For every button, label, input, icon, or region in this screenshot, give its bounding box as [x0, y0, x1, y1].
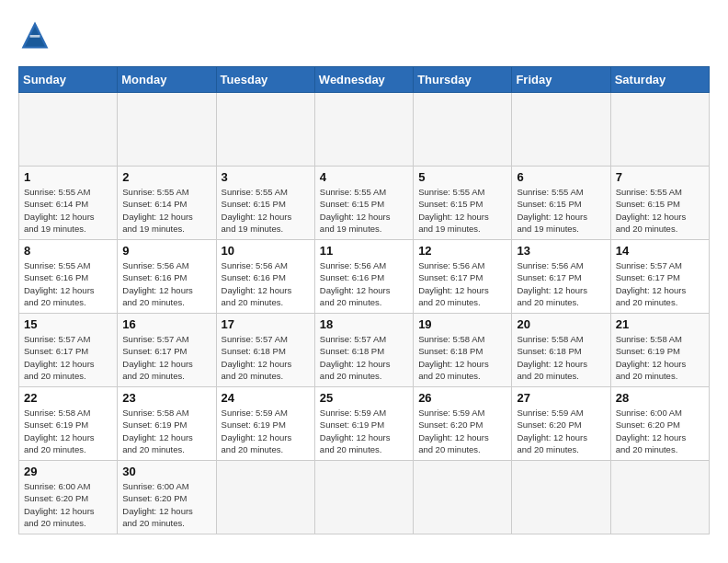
day-number: 25: [320, 391, 408, 405]
calendar-day-cell: [19, 93, 118, 167]
svg-rect-2: [30, 35, 40, 38]
day-number: 11: [320, 244, 408, 258]
calendar-day-cell: 8Sunrise: 5:55 AM Sunset: 6:16 PM Daylig…: [19, 240, 118, 314]
day-info: Sunrise: 5:55 AM Sunset: 6:15 PM Dayligh…: [222, 186, 310, 235]
day-of-week-header: Wednesday: [314, 67, 413, 93]
calendar-day-cell: 19Sunrise: 5:58 AM Sunset: 6:18 PM Dayli…: [414, 314, 512, 387]
logo-icon: [18, 18, 51, 52]
calendar-week-row: 22Sunrise: 5:58 AM Sunset: 6:19 PM Dayli…: [19, 387, 710, 461]
calendar-day-cell: 22Sunrise: 5:58 AM Sunset: 6:19 PM Dayli…: [19, 387, 118, 461]
day-number: 8: [24, 244, 112, 258]
day-info: Sunrise: 5:57 AM Sunset: 6:17 PM Dayligh…: [616, 259, 704, 308]
calendar-week-row: 8Sunrise: 5:55 AM Sunset: 6:16 PM Daylig…: [19, 240, 710, 314]
day-info: Sunrise: 5:58 AM Sunset: 6:19 PM Dayligh…: [616, 333, 704, 382]
day-number: 29: [24, 465, 112, 478]
day-info: Sunrise: 6:00 AM Sunset: 6:20 PM Dayligh…: [616, 407, 704, 455]
day-of-week-header: Monday: [118, 67, 216, 93]
calendar-day-cell: 30Sunrise: 6:00 AM Sunset: 6:20 PM Dayli…: [118, 461, 216, 534]
day-info: Sunrise: 5:58 AM Sunset: 6:19 PM Dayligh…: [122, 407, 210, 455]
calendar-day-cell: 14Sunrise: 5:57 AM Sunset: 6:17 PM Dayli…: [610, 240, 709, 314]
calendar-day-cell: [314, 93, 413, 167]
day-info: Sunrise: 5:55 AM Sunset: 6:15 PM Dayligh…: [320, 186, 408, 235]
calendar-day-cell: 1Sunrise: 5:55 AM Sunset: 6:14 PM Daylig…: [19, 167, 118, 240]
calendar-day-cell: [610, 93, 709, 167]
calendar-day-cell: 23Sunrise: 5:58 AM Sunset: 6:19 PM Dayli…: [118, 387, 216, 461]
day-of-week-header: Tuesday: [216, 67, 314, 93]
calendar-day-cell: 24Sunrise: 5:59 AM Sunset: 6:19 PM Dayli…: [216, 387, 314, 461]
day-info: Sunrise: 5:57 AM Sunset: 6:18 PM Dayligh…: [222, 333, 310, 382]
calendar-day-cell: [216, 93, 314, 167]
calendar-day-cell: [512, 93, 610, 167]
calendar-day-cell: 13Sunrise: 5:56 AM Sunset: 6:17 PM Dayli…: [512, 240, 610, 314]
calendar-week-row: 1Sunrise: 5:55 AM Sunset: 6:14 PM Daylig…: [19, 167, 710, 240]
day-of-week-header: Sunday: [19, 67, 118, 93]
day-info: Sunrise: 5:58 AM Sunset: 6:19 PM Dayligh…: [24, 407, 112, 455]
calendar-week-row: 29Sunrise: 6:00 AM Sunset: 6:20 PM Dayli…: [19, 461, 710, 534]
day-info: Sunrise: 5:57 AM Sunset: 6:17 PM Dayligh…: [122, 333, 210, 382]
day-of-week-header: Saturday: [610, 67, 709, 93]
calendar-day-cell: [314, 461, 413, 534]
calendar-day-cell: 20Sunrise: 5:58 AM Sunset: 6:18 PM Dayli…: [512, 314, 610, 387]
calendar-day-cell: 21Sunrise: 5:58 AM Sunset: 6:19 PM Dayli…: [610, 314, 709, 387]
calendar-week-row: [19, 93, 710, 167]
day-number: 17: [222, 317, 310, 331]
day-info: Sunrise: 5:55 AM Sunset: 6:14 PM Dayligh…: [122, 186, 210, 235]
day-number: 15: [24, 317, 112, 331]
day-info: Sunrise: 5:56 AM Sunset: 6:16 PM Dayligh…: [320, 259, 408, 308]
day-number: 10: [222, 244, 310, 258]
day-info: Sunrise: 5:59 AM Sunset: 6:19 PM Dayligh…: [222, 407, 310, 455]
day-info: Sunrise: 6:00 AM Sunset: 6:20 PM Dayligh…: [24, 480, 112, 529]
day-number: 16: [122, 317, 210, 331]
day-number: 21: [616, 317, 704, 331]
calendar-day-cell: [512, 461, 610, 534]
day-number: 12: [418, 244, 506, 258]
calendar-header-row: SundayMondayTuesdayWednesdayThursdayFrid…: [19, 67, 710, 93]
day-info: Sunrise: 5:58 AM Sunset: 6:18 PM Dayligh…: [418, 333, 506, 382]
calendar-day-cell: 12Sunrise: 5:56 AM Sunset: 6:17 PM Dayli…: [414, 240, 512, 314]
day-info: Sunrise: 5:55 AM Sunset: 6:16 PM Dayligh…: [24, 259, 112, 308]
day-number: 13: [517, 244, 605, 258]
calendar-day-cell: 28Sunrise: 6:00 AM Sunset: 6:20 PM Dayli…: [610, 387, 709, 461]
calendar-day-cell: [216, 461, 314, 534]
day-info: Sunrise: 5:59 AM Sunset: 6:19 PM Dayligh…: [320, 407, 408, 455]
day-number: 24: [222, 391, 310, 405]
calendar-week-row: 15Sunrise: 5:57 AM Sunset: 6:17 PM Dayli…: [19, 314, 710, 387]
calendar-day-cell: 27Sunrise: 5:59 AM Sunset: 6:20 PM Dayli…: [512, 387, 610, 461]
day-of-week-header: Friday: [512, 67, 610, 93]
calendar-day-cell: 25Sunrise: 5:59 AM Sunset: 6:19 PM Dayli…: [314, 387, 413, 461]
day-info: Sunrise: 5:55 AM Sunset: 6:15 PM Dayligh…: [616, 186, 704, 235]
day-number: 3: [222, 170, 310, 184]
calendar-day-cell: 6Sunrise: 5:55 AM Sunset: 6:15 PM Daylig…: [512, 167, 610, 240]
calendar-day-cell: 10Sunrise: 5:56 AM Sunset: 6:16 PM Dayli…: [216, 240, 314, 314]
calendar-day-cell: 9Sunrise: 5:56 AM Sunset: 6:16 PM Daylig…: [118, 240, 216, 314]
calendar-day-cell: 4Sunrise: 5:55 AM Sunset: 6:15 PM Daylig…: [314, 167, 413, 240]
calendar-day-cell: 29Sunrise: 6:00 AM Sunset: 6:20 PM Dayli…: [19, 461, 118, 534]
day-info: Sunrise: 5:56 AM Sunset: 6:17 PM Dayligh…: [517, 259, 605, 308]
day-number: 28: [616, 391, 704, 405]
calendar-day-cell: 3Sunrise: 5:55 AM Sunset: 6:15 PM Daylig…: [216, 167, 314, 240]
calendar-day-cell: 17Sunrise: 5:57 AM Sunset: 6:18 PM Dayli…: [216, 314, 314, 387]
day-info: Sunrise: 5:57 AM Sunset: 6:17 PM Dayligh…: [24, 333, 112, 382]
calendar-table: SundayMondayTuesdayWednesdayThursdayFrid…: [18, 66, 710, 534]
calendar-day-cell: 26Sunrise: 5:59 AM Sunset: 6:20 PM Dayli…: [414, 387, 512, 461]
day-number: 18: [320, 317, 408, 331]
calendar-day-cell: [118, 93, 216, 167]
day-number: 5: [418, 170, 506, 184]
day-number: 7: [616, 170, 704, 184]
day-number: 1: [24, 170, 112, 184]
day-info: Sunrise: 5:58 AM Sunset: 6:18 PM Dayligh…: [517, 333, 605, 382]
day-number: 26: [418, 391, 506, 405]
day-number: 2: [122, 170, 210, 184]
calendar-day-cell: 2Sunrise: 5:55 AM Sunset: 6:14 PM Daylig…: [118, 167, 216, 240]
logo: [18, 18, 57, 52]
calendar-day-cell: 11Sunrise: 5:56 AM Sunset: 6:16 PM Dayli…: [314, 240, 413, 314]
calendar-day-cell: 7Sunrise: 5:55 AM Sunset: 6:15 PM Daylig…: [610, 167, 709, 240]
day-number: 20: [517, 317, 605, 331]
day-info: Sunrise: 5:59 AM Sunset: 6:20 PM Dayligh…: [517, 407, 605, 455]
day-info: Sunrise: 5:56 AM Sunset: 6:16 PM Dayligh…: [122, 259, 210, 308]
day-info: Sunrise: 5:56 AM Sunset: 6:17 PM Dayligh…: [418, 259, 506, 308]
calendar-day-cell: 16Sunrise: 5:57 AM Sunset: 6:17 PM Dayli…: [118, 314, 216, 387]
day-number: 19: [418, 317, 506, 331]
day-info: Sunrise: 6:00 AM Sunset: 6:20 PM Dayligh…: [122, 480, 210, 529]
day-number: 9: [122, 244, 210, 258]
